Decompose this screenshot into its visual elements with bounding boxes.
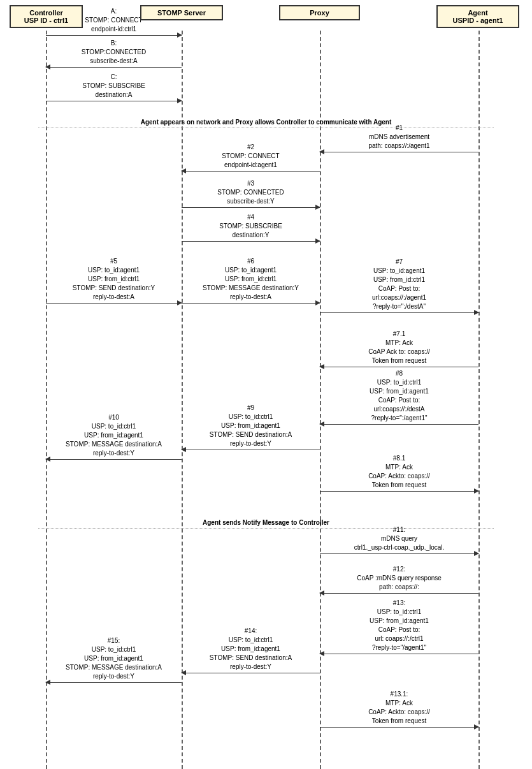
arrow-msgC [46,101,182,101]
arrow-msg1 [320,152,478,152]
arrow-msg6 [182,303,320,304]
label-msg7: #7USP: to_id:agent1USP: from_id:ctrl1CoA… [320,258,478,311]
arrow-msg81 [320,491,478,492]
label-msgB: B:STOMP:CONNECTEDsubscribe-dest:A [46,39,182,66]
arrow-msg8 [320,424,478,425]
label-msg71: #7.1MTP: AckCoAP Ack to: coaps://Token f… [320,330,478,365]
arrow-msg2 [182,171,320,172]
label-msg81: #8.1MTP: AckCoAP: Ackto: coaps://Token f… [320,454,478,490]
actor-stomp: STOMP Server [140,5,223,20]
label-msg9: #9USP: to_id:ctrl1USP: from_id:agent1STO… [182,404,320,448]
label-msg5: #5USP: to_id:agent1USP: from_id:ctrl1STO… [46,257,182,302]
arrow-msg7 [320,312,478,313]
arrow-msgA [46,35,182,36]
label-msg11: #11:mDNS queryctrl1._usp-ctrl-coap._udp.… [320,525,478,552]
label-msg3: #3STOMP: CONNECTEDsubscribe-dest:Y [182,179,320,206]
label-msg13: #13:USP: to_id:ctrl1USP: from_id:agent1C… [320,599,478,652]
actor-agent: AgentUSPID - agent1 [436,5,519,28]
arrow-msg71 [320,367,478,367]
sequence-diagram: ControllerUSP ID - ctrl1STOMP ServerProx… [0,0,532,769]
lifeline-agent [478,31,480,769]
arrow-msg131 [320,727,478,728]
arrow-msg14 [182,673,320,673]
label-msg12: #12:CoAP :mDNS query responsepath: coaps… [320,565,478,592]
arrow-msg13 [320,654,478,654]
arrow-msgB [46,67,182,68]
arrow-msg10 [46,459,182,460]
arrow-msg5 [46,303,182,304]
arrow-msg11 [320,553,478,554]
label-msg1: #1mDNS advertisementpath: coaps://:/agen… [320,124,478,150]
arrow-msg4 [182,241,320,242]
label-msg6: #6USP: to_id:agent1USP: from_id:ctrl1STO… [182,257,320,302]
actor-controller: ControllerUSP ID - ctrl1 [10,5,83,28]
label-msg8: #8USP: to_id:ctrl1USP: from_id:agent1CoA… [320,369,478,423]
label-msg131: #13.1:MTP: AckCoAP: Ackto: coaps://Token… [320,690,478,726]
arrow-msg3 [182,207,320,208]
label-msg15: #15:USP: to_id:ctrl1USP: from_id:agent1S… [46,636,182,681]
label-msg10: #10USP: to_id:ctrl1USP: from_id:agent1ST… [46,413,182,458]
label-msg14: #14:USP: to_id:ctrl1USP: from_id:agent1S… [182,627,320,671]
label-msgC: C:STOMP: SUBSCRIBEdestination:A [46,73,182,99]
arrow-msg12 [320,593,478,594]
label-msg2: #2STOMP: CONNECTendpoint-id:agent1 [182,143,320,170]
arrow-msg9 [182,450,320,450]
label-msg4: #4STOMP: SUBSCRIBEdestination:Y [182,213,320,240]
actor-proxy: Proxy [279,5,360,20]
arrow-msg15 [46,682,182,683]
